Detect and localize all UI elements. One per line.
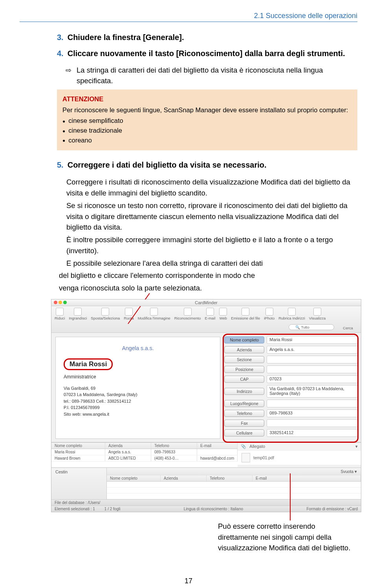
svuota-button[interactable]: Svuota	[340, 469, 353, 474]
tb-ruota[interactable]: Ruota	[124, 308, 134, 320]
tb-riconoscimento[interactable]: Riconoscimento	[174, 308, 201, 320]
tb-riduci[interactable]: Riduci	[55, 308, 65, 320]
tb-sposta[interactable]: Sposta/Seleziona	[91, 308, 120, 320]
attach-body: temp01.pdf	[238, 450, 361, 465]
pdf-icon[interactable]	[242, 453, 250, 462]
field-fax-value[interactable]	[267, 419, 358, 427]
step-3-number: 3.	[57, 33, 64, 42]
attention-item-2: cinese tradizionale	[62, 126, 352, 135]
field-telefono-value[interactable]: 089-798633	[267, 409, 358, 417]
window-titlebar: CardMinder	[51, 299, 361, 306]
body-p1: Correggere i risultati di riconoscimento…	[66, 177, 357, 199]
step-3-text: Chiudere la finestra [Generale].	[68, 33, 184, 42]
minimize-icon[interactable]	[59, 301, 62, 304]
field-sezione-button[interactable]: Sezione	[224, 356, 264, 363]
field-nome-value[interactable]: Maria Rossi	[267, 336, 358, 344]
field-fax-button[interactable]: Fax	[224, 420, 264, 427]
status-sel: Elementi selezionati : 1	[55, 507, 95, 511]
step-4-number: 4.	[57, 49, 64, 58]
attention-title: ATTENZIONE	[62, 94, 352, 104]
header-rule	[20, 22, 357, 22]
col-email[interactable]: E-mail	[197, 443, 238, 449]
app-screenshot: CardMinder Riduci Ingrandisci Sposta/Sel…	[51, 299, 361, 512]
maximize-icon[interactable]	[63, 301, 67, 304]
dropdown-icon[interactable]: ▾	[355, 444, 358, 449]
field-cap-value[interactable]: 07023	[267, 375, 358, 383]
body-p4c: venga riconosciuta solo la parte selezio…	[59, 283, 357, 294]
card-company: Angela s.a.s.	[64, 345, 212, 351]
card-name-highlight: Maria Rossi	[64, 358, 113, 370]
field-nome-button[interactable]: Nome completo	[224, 336, 264, 343]
field-luogo-value[interactable]	[267, 400, 358, 407]
table-row[interactable]: Haward BrownABCD LIMITED(408) 453-0…hawa…	[51, 455, 238, 462]
close-icon[interactable]	[54, 301, 57, 304]
addressbook-icon	[288, 308, 296, 316]
body-p2: Se si riconosce un testo non corretto, r…	[66, 200, 357, 233]
tb-email[interactable]: E-mail	[205, 308, 215, 320]
trash-label[interactable]: Cestin	[51, 468, 107, 499]
field-indirizzo-value[interactable]: Via Garibaldi, 69 07023 La Maddalena, Sa…	[267, 385, 358, 398]
web-icon	[219, 308, 227, 316]
fields-pane: Nome completoMaria Rossi AziendaAngela s…	[223, 333, 361, 442]
attention-item-1: cinese semplificato	[62, 116, 352, 126]
field-cellulare-value[interactable]: 3382514112	[267, 429, 358, 437]
card-preview: Angela s.a.s. Maria Rossi Amministratric…	[55, 337, 220, 439]
status-bar: File del database : /Users/	[51, 499, 361, 506]
tb-rubrica[interactable]: Rubrica Indirizzi	[278, 308, 305, 320]
ocr-icon	[184, 308, 192, 316]
field-cap-button[interactable]: CAP	[224, 376, 264, 383]
status-db: File del database : /Users/	[55, 500, 100, 505]
toolbar: Riduci Ingrandisci Sposta/Seleziona Ruot…	[51, 306, 361, 333]
trash-col-azienda: Azienda	[161, 475, 207, 481]
window-title: CardMinder	[195, 300, 217, 305]
table-row[interactable]: Maria RossiAngela s.a.s.089-798633	[51, 449, 238, 455]
field-indirizzo-button[interactable]: Indirizzo	[224, 388, 264, 395]
tb-iphoto[interactable]: iPhoto	[264, 308, 275, 320]
field-luogo-button[interactable]: Luogo/Regione	[224, 400, 264, 407]
trash-empty	[107, 482, 361, 499]
status-lang: Lingua di riconoscimento : Italiano	[184, 507, 243, 511]
rotate-icon	[125, 308, 133, 316]
attention-list: cinese semplificato cinese tradizionale …	[62, 116, 352, 145]
page-number: 17	[20, 577, 357, 585]
step-4-result-text: La stringa di caratteri dei dati del big…	[77, 65, 357, 86]
col-telefono[interactable]: Telefono	[151, 443, 197, 449]
attach-label: Allegato	[249, 444, 265, 449]
attention-item-3: coreano	[62, 135, 352, 145]
trash-col-nome: Nome completo	[107, 475, 161, 481]
tb-web[interactable]: Web	[219, 308, 227, 320]
paperclip-icon: 📎	[241, 444, 246, 449]
field-azienda-value[interactable]: Angela s.a.s.	[267, 346, 358, 354]
body-p3: È inoltre possibile correggere immagini …	[66, 234, 357, 256]
col-azienda[interactable]: Azienda	[105, 443, 151, 449]
step-3: 3. Chiudere la finestra [Generale].	[57, 33, 357, 42]
section-title: 2.1 Successione delle operazioni	[20, 12, 357, 20]
results-table: Nome completo Azienda Telefono E-mail Ma…	[51, 442, 238, 467]
attach-filename: temp01.pdf	[253, 455, 274, 460]
trash-col-email: E-mail	[253, 475, 361, 481]
card-role: Amministratrice	[64, 374, 212, 380]
caption-text: Può essere corretto inserendo direttamen…	[218, 521, 357, 553]
col-nome[interactable]: Nome completo	[51, 443, 105, 449]
body-p4b: del biglietto e cliccare l'elemento corr…	[59, 270, 357, 281]
field-sezione-value[interactable]	[267, 356, 358, 363]
field-azienda-button[interactable]: Azienda	[224, 346, 264, 353]
email-icon	[206, 308, 214, 316]
step-4-result: ⇨ La stringa di caratteri dei dati del b…	[66, 65, 357, 86]
edit-image-icon	[150, 308, 158, 316]
view-icon	[313, 308, 321, 316]
field-posizione-button[interactable]: Posizione	[224, 366, 264, 373]
field-telefono-button[interactable]: Telefono	[224, 410, 264, 417]
zoom-out-icon	[56, 308, 64, 316]
step-4: 4. Cliccare nuovamente il tasto [Riconos…	[57, 49, 357, 58]
search-input[interactable]: 🔍 Tutto	[289, 324, 334, 330]
tb-ingrandisci[interactable]: Ingrandisci	[69, 308, 87, 320]
tb-emissione[interactable]: Emissione del file	[231, 308, 260, 320]
field-cellulare-button[interactable]: Cellulare	[224, 429, 264, 436]
step-5: 5. Correggere i dati del biglietto da vi…	[57, 161, 357, 170]
field-posizione-value[interactable]	[267, 365, 358, 373]
tb-modifica[interactable]: Modifica l'immagine	[138, 308, 170, 320]
tb-visualizza[interactable]: Visualizza	[309, 308, 326, 320]
step-5-text: Correggere i dati del biglietto da visit…	[68, 161, 267, 170]
attention-intro: Per riconoscere le seguenti lingue, Scan…	[62, 105, 352, 115]
